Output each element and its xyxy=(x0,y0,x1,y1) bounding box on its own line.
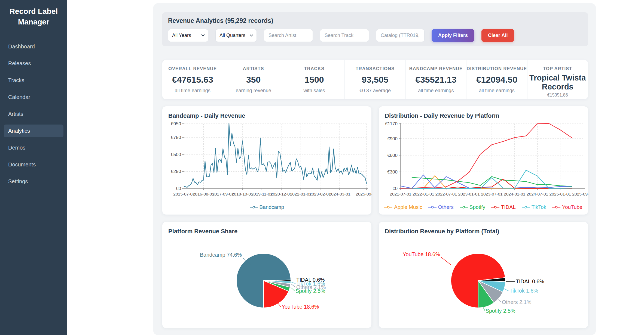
svg-text:2023-07-01: 2023-07-01 xyxy=(481,192,502,196)
legend-marker-icon xyxy=(384,206,392,209)
svg-text:2020-12-01: 2020-12-01 xyxy=(270,192,292,196)
svg-text:2022-01-01: 2022-01-01 xyxy=(290,192,312,196)
chart-title: Bandcamp - Daily Revenue xyxy=(168,112,245,119)
legend-label: TIDAL xyxy=(501,204,516,210)
search-track-input[interactable] xyxy=(320,29,369,42)
legend-item-youtube[interactable]: YouTube xyxy=(552,204,582,210)
stat-sub: earning revenue xyxy=(223,88,283,94)
stat-value: 1500 xyxy=(284,75,344,85)
stat-sub: all time earnings xyxy=(162,88,223,94)
legend-marker-icon xyxy=(460,206,468,209)
stat-label: OVERALL REVENUE xyxy=(162,66,223,71)
distribution-line-chart: €0€300€600€900€11702021-07-012022-01-012… xyxy=(379,120,588,202)
legend-marker-icon xyxy=(428,206,437,209)
chart-legend: Bandcamp xyxy=(162,204,371,210)
stat-label: TRANSACTIONS xyxy=(345,66,405,71)
legend-item-others[interactable]: Others xyxy=(428,204,454,210)
legend-label: Others xyxy=(438,204,454,210)
apply-filters-button[interactable]: Apply Filters xyxy=(432,29,474,42)
svg-text:2025-09-01: 2025-09-01 xyxy=(356,192,372,196)
svg-text:YouTube 18.6%: YouTube 18.6% xyxy=(403,251,440,257)
year-select[interactable]: All Years xyxy=(168,29,208,42)
sidebar-item-releases[interactable]: Releases xyxy=(4,57,63,70)
quarter-select-value: All Quarters xyxy=(219,33,245,38)
legend-marker-icon xyxy=(522,206,530,209)
legend-label: Spotify xyxy=(469,204,485,210)
stat-tracks: TRACKS 1500 with sales xyxy=(284,60,345,99)
app-title: Record Label Manager xyxy=(8,6,60,27)
sidebar-item-documents[interactable]: Documents xyxy=(4,158,63,171)
svg-text:€750: €750 xyxy=(171,135,181,140)
legend-label: Bandcamp xyxy=(260,204,284,210)
chart-legend: Apple MusicOthersSpotifyTIDALTikTokYouTu… xyxy=(379,204,588,210)
stat-value: 350 xyxy=(223,75,283,85)
stat-sub: all time earnings xyxy=(466,88,527,94)
sidebar-item-artists[interactable]: Artists xyxy=(4,108,63,120)
svg-text:€900: €900 xyxy=(387,136,398,141)
stat-bandcamp-revenue: BANDCAMP REVENUE €35521.13 all time earn… xyxy=(406,60,466,99)
legend-marker-icon xyxy=(250,206,258,209)
svg-text:€0: €0 xyxy=(176,186,181,191)
legend-item-tiktok[interactable]: TikTok xyxy=(522,204,546,210)
distribution-revenue-total-pie: YouTube 18.6%TIDAL 0.6%TikTok 1.6%Others… xyxy=(379,234,588,325)
chart-title: Distribution - Daily Revenue by Platform xyxy=(385,112,499,119)
stat-label: DISTRIBUTION REVENUE xyxy=(466,66,527,71)
stats-card: OVERALL REVENUE €47615.63 all time earni… xyxy=(162,60,588,99)
svg-text:€0: €0 xyxy=(392,186,398,191)
platform-revenue-share-card: Platform Revenue Share Bandcamp 74.6%TID… xyxy=(162,222,372,328)
search-artist-input[interactable] xyxy=(264,29,313,42)
svg-text:2022-07-01: 2022-07-01 xyxy=(435,192,457,196)
stat-transactions: TRANSACTIONS 93,505 €0.37 average xyxy=(345,60,405,99)
year-select-value: All Years xyxy=(172,33,191,38)
stat-label: TRACKS xyxy=(284,66,344,71)
chevron-down-icon xyxy=(201,33,205,36)
svg-text:2023-01-01: 2023-01-01 xyxy=(458,192,480,196)
legend-item-tidal[interactable]: TIDAL xyxy=(491,204,516,210)
svg-text:2023-02-01: 2023-02-01 xyxy=(309,192,331,196)
legend-item-bandcamp[interactable]: Bandcamp xyxy=(250,204,284,210)
sidebar-item-tracks[interactable]: Tracks xyxy=(4,74,63,87)
quarter-select[interactable]: All Quarters xyxy=(215,29,257,42)
stat-value: €35521.13 xyxy=(406,75,466,85)
catalog-input[interactable] xyxy=(376,29,425,42)
bandcamp-daily-revenue-chart-card: Bandcamp - Daily Revenue €0€250€500€750€… xyxy=(162,106,372,215)
svg-text:2022-01-01: 2022-01-01 xyxy=(413,192,434,196)
svg-text:€1170: €1170 xyxy=(385,121,398,126)
distribution-daily-revenue-chart-card: Distribution - Daily Revenue by Platform… xyxy=(379,106,588,215)
sidebar: Record Label Manager Dashboard Releases … xyxy=(0,0,67,335)
legend-item-spotify[interactable]: Spotify xyxy=(460,204,485,210)
svg-text:Bandcamp 74.6%: Bandcamp 74.6% xyxy=(200,252,242,258)
stat-value: 93,505 xyxy=(345,75,405,85)
sidebar-item-analytics[interactable]: Analytics xyxy=(4,125,63,137)
svg-text:€600: €600 xyxy=(387,153,398,158)
svg-text:€950: €950 xyxy=(171,121,181,126)
stat-sub: with sales xyxy=(284,88,344,94)
sidebar-item-demos[interactable]: Demos xyxy=(4,141,63,154)
stat-sub: €15351.86 xyxy=(527,93,588,98)
filter-controls: All Years All Quarters Apply Filters Cle… xyxy=(168,29,514,42)
filter-panel: Revenue Analytics (95,292 records) All Y… xyxy=(162,12,588,46)
clear-all-button[interactable]: Clear All xyxy=(481,29,514,42)
stat-artists: ARTISTS 350 earning revenue xyxy=(223,60,284,99)
sidebar-item-calendar[interactable]: Calendar xyxy=(4,91,63,104)
sidebar-item-settings[interactable]: Settings xyxy=(4,175,63,188)
svg-text:2025-01-01: 2025-01-01 xyxy=(550,192,571,196)
svg-text:2024-01-01: 2024-01-01 xyxy=(504,192,525,196)
legend-item-apple-music[interactable]: Apple Music xyxy=(384,204,422,210)
svg-text:2018-10-01: 2018-10-01 xyxy=(232,192,253,196)
svg-text:2016-08-01: 2016-08-01 xyxy=(193,192,214,196)
legend-label: Apple Music xyxy=(394,204,422,210)
svg-text:2024-03-01: 2024-03-01 xyxy=(329,192,350,196)
legend-label: YouTube xyxy=(562,204,582,210)
svg-text:2015-07-01: 2015-07-01 xyxy=(173,192,195,196)
stat-sub: all time earnings xyxy=(406,88,466,94)
svg-text:€250: €250 xyxy=(171,169,181,174)
stat-distribution-revenue: DISTRIBUTION REVENUE €12094.50 all time … xyxy=(466,60,527,99)
bandcamp-line-chart: €0€250€500€750€9502015-07-012016-08-0120… xyxy=(162,120,372,202)
svg-text:YouTube 18.6%: YouTube 18.6% xyxy=(282,304,319,310)
stat-label: BANDCAMP REVENUE xyxy=(406,66,466,71)
sidebar-item-dashboard[interactable]: Dashboard xyxy=(4,40,63,53)
svg-text:€300: €300 xyxy=(387,169,398,175)
svg-text:2025-09-01: 2025-09-01 xyxy=(572,192,588,196)
svg-text:2017-09-01: 2017-09-01 xyxy=(212,192,234,196)
